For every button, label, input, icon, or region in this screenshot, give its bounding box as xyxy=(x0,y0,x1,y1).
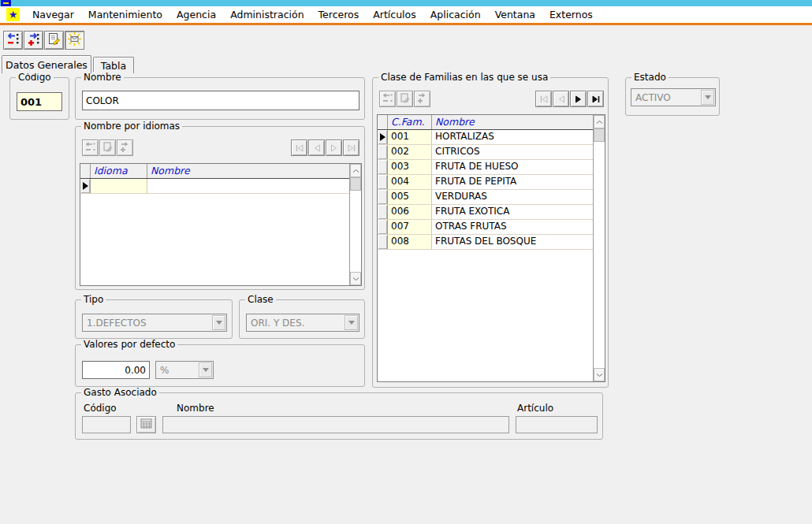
gasto-nombre-label: Nombre xyxy=(177,403,214,414)
idiomas-edit-button[interactable] xyxy=(99,139,116,156)
menubar-item-ventana[interactable]: Ventana xyxy=(488,7,542,22)
cfam-cell[interactable]: 006 xyxy=(388,205,432,219)
menubar-item-terceros[interactable]: Terceros xyxy=(311,7,367,22)
familias-first-record-button[interactable] xyxy=(535,91,552,107)
row-marker[interactable] xyxy=(378,220,388,234)
row-marker[interactable] xyxy=(378,235,388,249)
grid-row[interactable] xyxy=(80,179,349,194)
idiomas-delete-button[interactable] xyxy=(82,139,99,156)
cfam-cell[interactable]: 003 xyxy=(388,160,432,174)
gasto-codigo-label: Código xyxy=(84,403,117,414)
menubar-item-agencia[interactable]: Agencia xyxy=(169,7,223,22)
cfam-cell[interactable]: 004 xyxy=(388,175,432,189)
chevron-down-icon[interactable] xyxy=(345,315,358,330)
cfam-cell[interactable]: 008 xyxy=(388,235,432,249)
unidad-combo[interactable]: % xyxy=(155,361,214,379)
scroll-thumb[interactable] xyxy=(594,128,605,142)
chevron-down-icon[interactable] xyxy=(199,362,212,377)
grid-row[interactable]: 008FRUTAS DEL BOSQUE xyxy=(378,235,593,250)
grid-row[interactable]: 003FRUTA DE HUESO xyxy=(378,160,593,175)
idioma-cell[interactable] xyxy=(91,179,147,193)
record-add-right-button[interactable] xyxy=(24,31,43,50)
row-marker[interactable] xyxy=(378,160,388,174)
nombre-cell[interactable]: FRUTA DE HUESO xyxy=(432,160,593,174)
scroll-up-button[interactable] xyxy=(350,164,361,177)
current-row-marker[interactable] xyxy=(378,130,388,144)
nombre-cell[interactable]: CITRICOS xyxy=(432,145,593,159)
menubar-item-articulos[interactable]: Artículos xyxy=(366,7,423,22)
gasto-lookup-button[interactable] xyxy=(136,416,156,433)
arrow-right-plus-icon xyxy=(416,92,428,106)
idiomas-next-record-button[interactable] xyxy=(326,139,342,156)
idioma-column-header[interactable]: Idioma xyxy=(91,164,147,178)
gasto-codigo-field[interactable] xyxy=(82,416,131,433)
tipo-combo[interactable]: 1.DEFECTOS xyxy=(82,314,227,332)
estado-combo[interactable]: ACTIVO xyxy=(631,88,716,106)
row-marker[interactable] xyxy=(378,205,388,219)
nombre-cell[interactable] xyxy=(147,179,349,193)
background-window-icon xyxy=(1,0,11,6)
scroll-down-button[interactable] xyxy=(594,368,605,381)
current-row-marker[interactable] xyxy=(80,179,91,193)
familias-prev-record-button[interactable] xyxy=(553,91,569,107)
row-marker[interactable] xyxy=(378,145,388,159)
marker-column-header xyxy=(378,115,388,129)
menubar-item-administracion[interactable]: Administración xyxy=(223,7,311,22)
nombre-column-header[interactable]: Nombre xyxy=(432,115,593,129)
grid-row[interactable]: 006FRUTA EXOTICA xyxy=(378,205,593,220)
nombre-cell[interactable]: FRUTAS DEL BOSQUE xyxy=(432,235,593,249)
nombre-cell[interactable]: HORTALIZAS xyxy=(432,130,593,144)
cfam-cell[interactable]: 002 xyxy=(388,145,432,159)
codigo-field[interactable] xyxy=(17,92,62,111)
grid-row[interactable]: 004FRUTA DE PEPITA xyxy=(378,175,593,190)
scroll-thumb[interactable] xyxy=(350,177,361,191)
edit-record-button[interactable] xyxy=(44,31,64,50)
gasto-nombre-field[interactable] xyxy=(162,416,509,433)
familias-last-record-button[interactable] xyxy=(587,91,604,107)
familias-group: Clase de Familias en las que se usa C.Fa… xyxy=(372,77,609,388)
menubar-item-navegar[interactable]: Navegar xyxy=(25,7,81,22)
clase-combo[interactable]: ORI. Y DES. xyxy=(246,314,359,332)
cfam-cell[interactable]: 001 xyxy=(388,130,432,144)
exit-button[interactable] xyxy=(65,31,84,50)
familias-add-button[interactable] xyxy=(414,91,430,107)
nombre-cell[interactable]: VERDURAS xyxy=(432,190,593,204)
familias-scrollbar[interactable] xyxy=(593,115,605,381)
nombre-cell[interactable]: FRUTA EXOTICA xyxy=(432,205,593,219)
nombre-column-header[interactable]: Nombre xyxy=(147,164,349,178)
nombre-cell[interactable]: OTRAS FRUTAS xyxy=(432,220,593,234)
tab-tabla[interactable]: Tabla xyxy=(93,57,134,73)
cfam-cell[interactable]: 005 xyxy=(388,190,432,204)
chevron-down-icon[interactable] xyxy=(701,90,714,105)
familias-next-record-button[interactable] xyxy=(570,91,587,107)
tab-datos-generales[interactable]: Datos Generales xyxy=(2,55,91,73)
idiomas-last-record-button[interactable] xyxy=(343,139,359,156)
gasto-articulo-field[interactable] xyxy=(516,416,598,433)
familias-delete-button[interactable] xyxy=(379,91,396,107)
familias-edit-button[interactable] xyxy=(397,91,413,107)
row-marker[interactable] xyxy=(378,190,388,204)
idiomas-scrollbar[interactable] xyxy=(349,164,361,285)
nombre-cell[interactable]: FRUTA DE PEPITA xyxy=(432,175,593,189)
grid-row[interactable]: 001HORTALIZAS xyxy=(378,130,593,145)
idiomas-first-record-button[interactable] xyxy=(291,139,307,156)
gasto-group: Gasto Asociado Código Nombre Artículo xyxy=(75,392,603,440)
grid-row[interactable]: 002CITRICOS xyxy=(378,145,593,160)
menubar-item-externos[interactable]: Externos xyxy=(542,7,600,22)
scroll-down-button[interactable] xyxy=(350,272,361,285)
cfam-column-header[interactable]: C.Fam. xyxy=(388,115,432,129)
cfam-cell[interactable]: 007 xyxy=(388,220,432,234)
menubar-item-aplicacion[interactable]: Aplicación xyxy=(423,7,488,22)
grid-row[interactable]: 005VERDURAS xyxy=(378,190,593,205)
menubar-item-mantenimiento[interactable]: Mantenimiento xyxy=(81,7,169,22)
record-remove-left-button[interactable] xyxy=(3,31,23,50)
nombre-field[interactable] xyxy=(82,91,359,110)
chevron-down-icon[interactable] xyxy=(212,315,225,330)
grid-row[interactable]: 007OTRAS FRUTAS xyxy=(378,220,593,235)
menubar: ★ NavegarMantenimientoAgenciaAdministrac… xyxy=(0,6,812,23)
idiomas-add-button[interactable] xyxy=(117,139,133,156)
idiomas-prev-record-button[interactable] xyxy=(308,139,325,156)
row-marker[interactable] xyxy=(378,175,388,189)
scroll-up-button[interactable] xyxy=(594,115,605,128)
valor-defecto-field[interactable] xyxy=(82,361,150,379)
